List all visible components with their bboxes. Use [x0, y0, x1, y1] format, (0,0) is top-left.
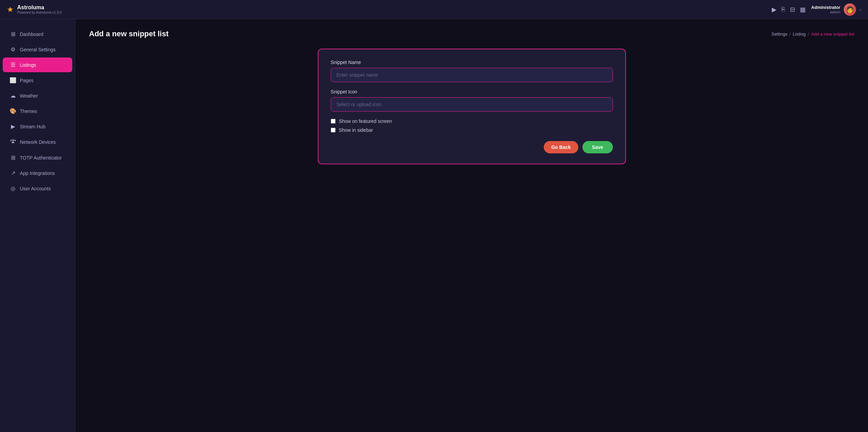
header-left: ★ Astroluma Powered by Astroluma v1.0.0 — [7, 4, 62, 14]
breadcrumb-sep-1: / — [790, 31, 791, 37]
header-right: ▶ ⎘ ⊟ ▦ Administrator admin 🧑 › — [772, 3, 861, 16]
show-sidebar-checkbox[interactable] — [331, 128, 336, 132]
main-content: Add a new snippet list Settings / Listin… — [75, 19, 868, 432]
sidebar-item-label: Listings — [20, 62, 36, 68]
sidebar-item-user-accounts[interactable]: ◎ User Accounts — [3, 181, 72, 196]
show-featured-checkbox[interactable] — [331, 119, 336, 124]
page-header: Add a new snippet list Settings / Listin… — [89, 29, 854, 38]
logo-text: Astroluma Powered by Astroluma v1.0.0 — [17, 4, 62, 14]
sidebar-item-label: Dashboard — [20, 31, 43, 37]
qr-icon[interactable]: ▦ — [800, 6, 806, 13]
settings-icon: ⚙ — [10, 46, 16, 53]
sidebar-item-stream-hub[interactable]: ▶ Stream Hub — [3, 119, 72, 134]
snippet-name-label: Snippet Name — [331, 60, 613, 65]
logo-star-icon: ★ — [7, 5, 14, 14]
snippet-icon-input[interactable] — [331, 97, 613, 112]
listings-icon: ☰ — [10, 62, 16, 68]
svg-rect-2 — [14, 140, 16, 141]
dashboard-icon: ⊞ — [10, 31, 16, 37]
snippet-icon-group: Snippet Icon — [331, 89, 613, 112]
chevron-right-icon: › — [859, 7, 861, 12]
sidebar-item-label: General Settings — [20, 47, 55, 52]
themes-icon: 🎨 — [10, 108, 16, 114]
snippet-icon-label: Snippet Icon — [331, 89, 613, 94]
form-actions: Go Back Save — [331, 141, 613, 153]
breadcrumb-settings[interactable]: Settings — [771, 31, 788, 37]
go-back-button[interactable]: Go Back — [544, 141, 578, 153]
breadcrumb-listing[interactable]: Listing — [793, 31, 806, 37]
user-name: Administrator — [811, 5, 840, 10]
svg-rect-0 — [10, 140, 12, 141]
user-text: Administrator admin — [811, 5, 840, 14]
show-featured-label: Show on featured screen — [339, 118, 392, 124]
sidebar-item-listings[interactable]: ☰ Listings — [3, 58, 72, 72]
sidebar: ⊞ Dashboard ⚙ General Settings ☰ Listing… — [0, 19, 75, 432]
sidebar-item-label: Network Devices — [20, 139, 56, 145]
sidebar-item-label: Themes — [20, 109, 37, 114]
totp-icon: ⊞ — [10, 154, 16, 161]
weather-icon: ☁ — [10, 92, 16, 99]
page-title: Add a new snippet list — [89, 29, 168, 38]
sidebar-item-themes[interactable]: 🎨 Themes — [3, 104, 72, 118]
breadcrumb-sep-2: / — [808, 31, 809, 37]
sidebar-item-network-devices[interactable]: Network Devices — [3, 135, 72, 150]
user-info: Administrator admin 🧑 › — [811, 3, 861, 16]
app-integrations-icon: ↗ — [10, 170, 16, 176]
sidebar-item-label: Stream Hub — [20, 124, 46, 129]
show-sidebar-label: Show in sidebar — [339, 127, 373, 133]
sidebar-item-app-integrations[interactable]: ↗ App Integrations — [3, 166, 72, 180]
header-icons: ▶ ⎘ ⊟ ▦ — [772, 6, 806, 13]
svg-rect-4 — [13, 141, 13, 142]
tv-icon[interactable]: ⎘ — [781, 6, 785, 13]
network-devices-icon — [10, 139, 16, 145]
avatar[interactable]: 🧑 — [844, 3, 856, 16]
breadcrumb: Settings / Listing / Add a new snippet l… — [771, 31, 854, 37]
snippet-name-input[interactable] — [331, 68, 613, 82]
header: ★ Astroluma Powered by Astroluma v1.0.0 … — [0, 0, 868, 19]
show-sidebar-checkbox-item[interactable]: Show in sidebar — [331, 127, 613, 133]
layout: ⊞ Dashboard ⚙ General Settings ☰ Listing… — [0, 19, 868, 432]
snippet-name-group: Snippet Name — [331, 60, 613, 82]
sidebar-item-label: Weather — [20, 93, 38, 99]
logo-title: Astroluma — [17, 4, 62, 11]
youtube-icon[interactable]: ▶ — [772, 6, 777, 13]
sidebar-item-totp-authenticator[interactable]: ⊞ TOTP Authenticator — [3, 150, 72, 165]
sidebar-item-pages[interactable]: ⬜ Pages — [3, 73, 72, 88]
form-card: Snippet Name Snippet Icon Show on featur… — [318, 49, 626, 164]
checkbox-group: Show on featured screen Show in sidebar — [331, 118, 613, 133]
svg-rect-3 — [11, 139, 15, 140]
user-accounts-icon: ◎ — [10, 185, 16, 192]
svg-rect-1 — [12, 140, 14, 141]
sidebar-item-label: Pages — [20, 78, 34, 83]
sidebar-item-weather[interactable]: ☁ Weather — [3, 88, 72, 103]
sidebar-item-label: User Accounts — [20, 186, 51, 191]
stream-hub-icon: ▶ — [10, 123, 16, 130]
logo-subtitle: Powered by Astroluma v1.0.0 — [17, 11, 62, 14]
pages-icon: ⬜ — [10, 77, 16, 84]
svg-rect-5 — [12, 142, 14, 143]
sidebar-item-dashboard[interactable]: ⊞ Dashboard — [3, 27, 72, 41]
sidebar-item-general-settings[interactable]: ⚙ General Settings — [3, 42, 72, 57]
breadcrumb-current: Add a new snippet list — [811, 31, 854, 37]
save-button[interactable]: Save — [582, 141, 613, 153]
show-featured-checkbox-item[interactable]: Show on featured screen — [331, 118, 613, 124]
grid-icon[interactable]: ⊟ — [790, 6, 795, 13]
user-role: admin — [811, 10, 840, 14]
sidebar-item-label: App Integrations — [20, 170, 55, 176]
sidebar-item-label: TOTP Authenticator — [20, 155, 62, 161]
